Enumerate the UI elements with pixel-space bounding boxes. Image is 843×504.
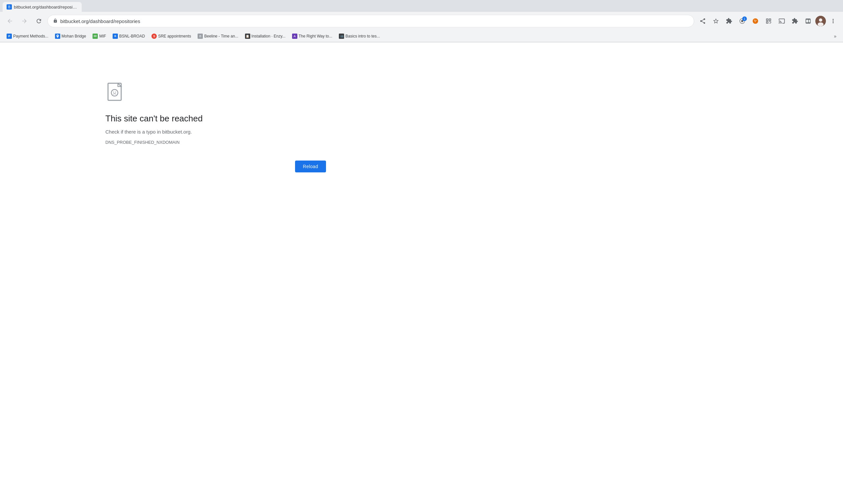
bookmark-sre[interactable]: S SRE appointments [149,32,194,40]
bookmark-favicon-beeline: B [197,34,203,39]
puzzle-button[interactable] [789,15,801,27]
cast-button[interactable] [776,15,788,27]
bookmark-favicon-mohan [55,34,60,39]
bookmark-favicon-mif [92,34,98,39]
address-input[interactable] [60,18,689,24]
forward-button[interactable] [18,15,30,27]
nav-actions: 1 [697,15,839,27]
bookmark-favicon-installation: 📋 [245,34,250,39]
bookmark-label-bsnl: BSNL-BROAD [119,34,145,38]
back-button[interactable] [4,15,16,27]
page-content: This site can't be reached Check if ther… [0,42,843,504]
notification-badge: 1 [742,16,747,21]
error-description: Check if there is a typo in bitbucket.or… [105,129,326,134]
bookmarks-more-button[interactable]: » [831,32,839,40]
svg-rect-10 [108,83,121,100]
bookmark-right-way[interactable]: A The Right Way to... [290,32,335,40]
lock-icon [53,18,58,24]
bookmark-mif[interactable]: MIF [90,32,109,40]
bookmark-label-mohan: Mohan Bridge [62,34,86,38]
svg-point-9 [818,22,824,26]
bookmark-label-mif: MIF [99,34,106,38]
reload-page-button[interactable]: Reload [295,161,326,173]
extensions-button[interactable] [723,15,735,27]
share-button[interactable] [697,15,709,27]
tab-favicon: B [6,4,12,10]
bookmark-payment-methods[interactable]: P Payment Methods... [4,32,51,40]
svg-point-4 [754,20,755,21]
bookmark-label-installation: Installation · Enzy... [252,34,286,38]
bookmark-favicon-bsnl: B [113,34,118,39]
svg-point-5 [755,20,756,21]
bookmark-beeline[interactable]: B Beeline - Time an... [195,32,241,40]
bookmark-label-beeline: Beeline - Time an... [204,34,238,38]
bookmark-favicon-basics: 📹 [339,34,344,39]
bookmark-mohan-bridge[interactable]: Mohan Bridge [52,32,89,40]
error-title: This site can't be reached [105,113,326,124]
bookmark-favicon-payment: P [6,34,12,39]
bookmark-favicon-rightway: A [292,34,297,39]
svg-point-13 [115,92,116,93]
cookie-button[interactable] [750,15,761,27]
svg-point-8 [819,18,822,22]
menu-button[interactable] [827,15,839,27]
svg-point-3 [753,18,758,24]
error-code: DNS_PROBE_FINISHED_NXDOMAIN [105,140,326,145]
svg-point-6 [755,21,756,22]
active-tab[interactable]: B bitbucket.org/dashboard/repositories [3,2,82,12]
address-bar[interactable] [48,15,694,27]
svg-point-12 [113,92,114,93]
error-container: This site can't be reached Check if ther… [105,82,326,173]
reload-button-container: Reload [105,161,326,173]
reload-button[interactable] [33,15,45,27]
tab-title: bitbucket.org/dashboard/repositories [14,5,78,10]
bookmark-favicon-sre: S [152,34,157,39]
qr-code-button[interactable] [763,15,774,27]
profile-avatar[interactable] [815,16,826,26]
notification-button[interactable]: 1 [736,15,748,27]
bookmark-label-payment: Payment Methods... [13,34,48,38]
error-icon [105,82,126,103]
svg-point-11 [111,89,118,96]
bookmark-bsnl[interactable]: B BSNL-BROAD [110,32,148,40]
bookmark-label-basics: Basics intro to tes... [345,34,380,38]
bookmark-label-rightway: The Right Way to... [299,34,332,38]
split-view-button[interactable] [802,15,814,27]
bookmarks-bar: P Payment Methods... Mohan Bridge MIF B … [0,30,843,42]
bookmark-star-button[interactable] [710,15,722,27]
browser-chrome: B bitbucket.org/dashboard/repositories [0,0,843,42]
bookmark-basics[interactable]: 📹 Basics intro to tes... [336,32,383,40]
nav-bar: 1 [0,12,843,30]
tab-bar: B bitbucket.org/dashboard/repositories [0,0,843,12]
bookmark-label-sre: SRE appointments [158,34,191,38]
bookmark-installation[interactable]: 📋 Installation · Enzy... [242,32,288,40]
